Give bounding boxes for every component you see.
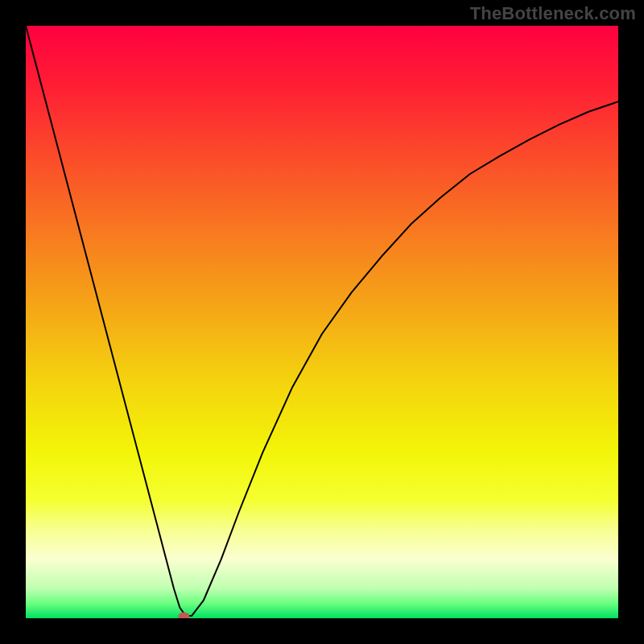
plot-area: [26, 26, 618, 618]
chart-frame: TheBottleneck.com: [0, 0, 644, 644]
gradient-background: [26, 26, 618, 618]
chart-svg: [26, 26, 618, 618]
watermark-text: TheBottleneck.com: [470, 3, 636, 24]
